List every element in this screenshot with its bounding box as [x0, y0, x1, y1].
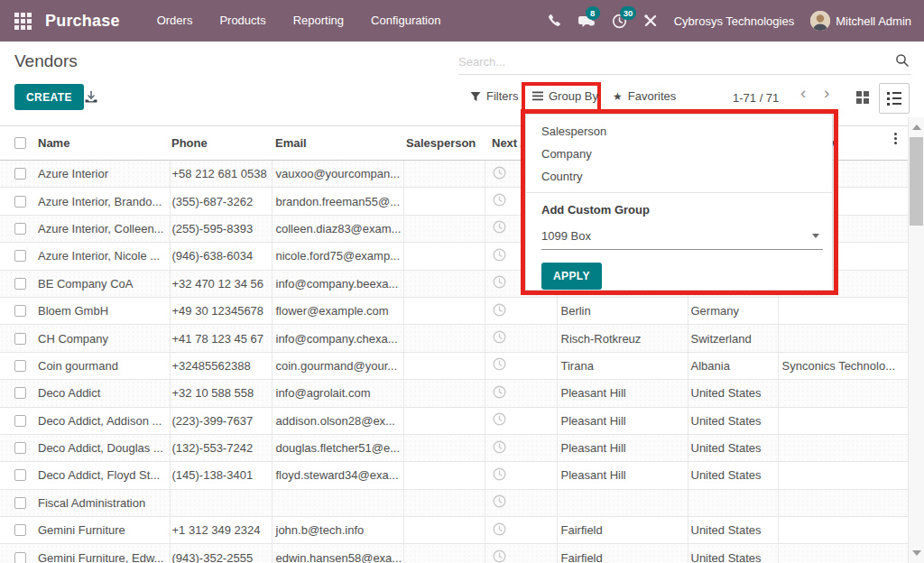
- row-checkbox[interactable]: [14, 524, 26, 536]
- row-checkbox[interactable]: [14, 497, 26, 509]
- table-row[interactable]: Gemini Furniture, Edw...(943)-352-2555ed…: [0, 544, 908, 563]
- cell-email[interactable]: brandon.freeman55@...: [272, 188, 403, 215]
- cell-city[interactable]: Risch-Rotkreuz: [557, 325, 688, 352]
- tools-icon[interactable]: [643, 14, 658, 28]
- cell-activity[interactable]: [485, 517, 557, 544]
- row-checkbox[interactable]: [14, 250, 26, 262]
- kanban-view-button[interactable]: [856, 91, 870, 105]
- app-name[interactable]: Purchase: [45, 12, 120, 31]
- row-checkbox[interactable]: [14, 223, 26, 235]
- cell-country[interactable]: United States: [688, 462, 778, 489]
- cell-salesperson[interactable]: [403, 544, 485, 563]
- cell-country[interactable]: Germany: [688, 297, 778, 324]
- cell-company[interactable]: [778, 517, 908, 544]
- cell-salesperson[interactable]: [403, 161, 485, 188]
- create-button[interactable]: CREATE: [14, 84, 84, 110]
- cell-salesperson[interactable]: [403, 489, 485, 516]
- cell-company[interactable]: [778, 297, 908, 324]
- favorites-button[interactable]: ★ Favorites: [613, 89, 676, 103]
- apps-menu-icon[interactable]: [14, 13, 32, 30]
- cell-country[interactable]: Albania: [688, 352, 778, 379]
- cell-name[interactable]: Deco Addict, Douglas ...: [36, 434, 170, 461]
- company-switcher[interactable]: Cybrosys Technologies: [674, 14, 794, 28]
- cell-country[interactable]: United States: [688, 434, 778, 461]
- cell-phone[interactable]: (946)-638-6034: [170, 243, 272, 270]
- cell-name[interactable]: Deco Addict, Floyd St...: [36, 462, 170, 489]
- row-checkbox[interactable]: [14, 196, 26, 208]
- cell-activity[interactable]: [485, 352, 557, 379]
- apply-button[interactable]: APPLY: [541, 263, 602, 290]
- row-checkbox[interactable]: [14, 278, 26, 290]
- cell-email[interactable]: colleen.diaz83@exam...: [272, 215, 403, 242]
- cell-phone[interactable]: +32 470 12 34 56: [170, 270, 272, 297]
- activities-icon[interactable]: 30: [612, 14, 627, 29]
- group-by-option-company[interactable]: Company: [526, 143, 832, 165]
- export-download-icon[interactable]: [84, 90, 98, 108]
- custom-group-field-select[interactable]: 1099 Box: [541, 227, 823, 250]
- cell-phone[interactable]: (943)-352-2555: [170, 544, 272, 563]
- cell-country[interactable]: United States: [688, 380, 778, 407]
- cell-phone[interactable]: +32 10 588 558: [170, 380, 272, 407]
- cell-activity[interactable]: [485, 434, 557, 461]
- cell-email[interactable]: nicole.ford75@examp...: [272, 243, 403, 270]
- cell-name[interactable]: Azure Interior, Nicole ...: [36, 243, 170, 270]
- row-checkbox[interactable]: [14, 469, 26, 481]
- cell-company[interactable]: [778, 434, 908, 461]
- scrollbar-down-icon[interactable]: [912, 550, 921, 556]
- cell-company[interactable]: [778, 380, 908, 407]
- cell-activity[interactable]: [485, 489, 557, 516]
- cell-phone[interactable]: +1 312 349 2324: [170, 517, 272, 544]
- cell-salesperson[interactable]: [403, 434, 485, 461]
- pager-previous-icon[interactable]: ‹: [800, 83, 806, 103]
- row-checkbox[interactable]: [14, 305, 26, 317]
- scrollbar-thumb[interactable]: [910, 137, 923, 226]
- table-row[interactable]: Fiscal Administration: [0, 489, 908, 516]
- cell-salesperson[interactable]: [403, 517, 485, 544]
- cell-city[interactable]: Pleasant Hill: [557, 434, 688, 461]
- row-checkbox[interactable]: [14, 552, 26, 563]
- table-row[interactable]: Gemini Furniture+1 312 349 2324john.b@te…: [0, 517, 908, 544]
- cell-name[interactable]: Gemini Furniture: [36, 517, 170, 544]
- row-checkbox[interactable]: [14, 333, 26, 345]
- cell-email[interactable]: douglas.fletcher51@e...: [272, 434, 403, 461]
- cell-phone[interactable]: +49 30 12345678: [170, 297, 272, 324]
- optional-columns-icon[interactable]: [894, 133, 897, 144]
- cell-city[interactable]: Berlin: [557, 297, 688, 324]
- cell-phone[interactable]: [170, 489, 272, 516]
- cell-email[interactable]: info@company.chexa...: [272, 325, 403, 352]
- scrollbar-up-icon[interactable]: [912, 125, 921, 130]
- cell-salesperson[interactable]: [403, 243, 485, 270]
- cell-email[interactable]: info@company.beexa...: [272, 270, 403, 297]
- table-row[interactable]: Deco Addict, Douglas ...(132)-553-7242do…: [0, 434, 908, 461]
- messages-icon[interactable]: 8: [578, 14, 596, 28]
- nav-menu-orders[interactable]: Orders: [143, 0, 207, 42]
- nav-menu-configuration[interactable]: Configuration: [357, 0, 454, 42]
- cell-name[interactable]: BE Company CoA: [36, 270, 170, 297]
- cell-company[interactable]: Synconics Technolo...: [778, 352, 908, 379]
- search-input[interactable]: [458, 51, 882, 72]
- cell-activity[interactable]: [485, 380, 557, 407]
- table-row[interactable]: Coin gourmand+32485562388coin.gourmand@y…: [0, 352, 908, 379]
- filters-button[interactable]: Filters: [470, 89, 518, 103]
- cell-salesperson[interactable]: [403, 297, 485, 324]
- row-checkbox[interactable]: [14, 442, 26, 454]
- cell-salesperson[interactable]: [403, 215, 485, 242]
- cell-email[interactable]: [272, 489, 403, 516]
- cell-city[interactable]: Tirana: [557, 352, 688, 379]
- table-row[interactable]: Deco Addict, Addison ...(223)-399-7637ad…: [0, 407, 908, 434]
- cell-company[interactable]: [778, 407, 908, 434]
- cell-salesperson[interactable]: [403, 407, 485, 434]
- cell-company[interactable]: [778, 325, 908, 352]
- cell-phone[interactable]: (132)-553-7242: [170, 434, 272, 461]
- cell-country[interactable]: United States: [688, 544, 778, 563]
- cell-activity[interactable]: [485, 325, 557, 352]
- cell-phone[interactable]: (355)-687-3262: [170, 188, 272, 215]
- cell-email[interactable]: floyd.steward34@exa...: [272, 462, 403, 489]
- cell-salesperson[interactable]: [403, 270, 485, 297]
- cell-activity[interactable]: [485, 462, 557, 489]
- column-header-name[interactable]: Name: [36, 126, 170, 161]
- column-header-phone[interactable]: Phone: [170, 126, 272, 161]
- cell-country[interactable]: Switzerland: [688, 325, 778, 352]
- cell-company[interactable]: [778, 462, 908, 489]
- user-menu[interactable]: Mitchell Admin: [810, 11, 911, 31]
